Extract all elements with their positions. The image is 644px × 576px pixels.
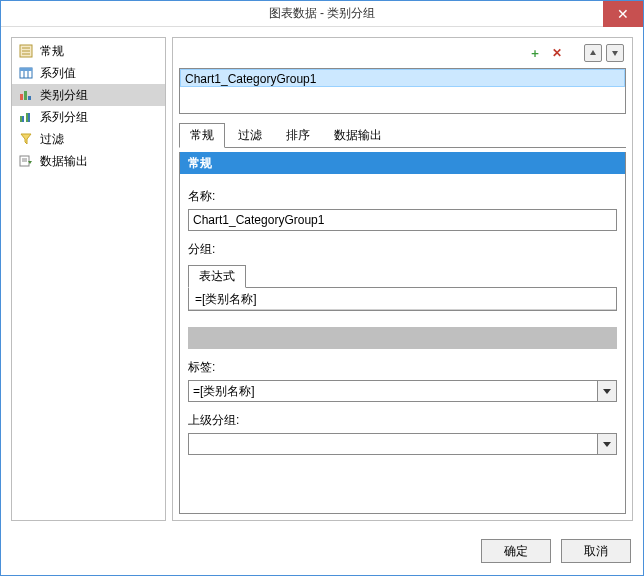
detail-tabs: 常规 过滤 排序 数据输出 bbox=[179, 122, 626, 148]
chevron-down-icon bbox=[603, 442, 611, 447]
series-data-icon bbox=[18, 65, 34, 81]
sidebar-item-label: 系列值 bbox=[40, 65, 76, 82]
name-label: 名称: bbox=[188, 188, 617, 205]
sidebar-item-label: 系列分组 bbox=[40, 109, 88, 126]
svg-rect-5 bbox=[20, 68, 32, 71]
sidebar-item-category-groups[interactable]: 类别分组 bbox=[12, 84, 165, 106]
main-panel: ＋ ✕ Chart1_CategoryGroup1 常规 过滤 排序 bbox=[172, 37, 633, 521]
tab-data-output[interactable]: 数据输出 bbox=[323, 123, 393, 148]
sidebar-item-data-output[interactable]: 数据输出 bbox=[12, 150, 165, 172]
svg-rect-11 bbox=[20, 116, 22, 122]
arrow-up-icon bbox=[588, 48, 598, 58]
label-input[interactable] bbox=[188, 380, 597, 402]
close-button[interactable]: ✕ bbox=[603, 1, 643, 27]
label-combo bbox=[188, 380, 617, 402]
data-output-icon bbox=[18, 153, 34, 169]
svg-rect-8 bbox=[20, 94, 23, 100]
sidebar-item-label: 过滤 bbox=[40, 131, 64, 148]
properties-icon bbox=[18, 43, 34, 59]
group-expression-row[interactable]: =[类别名称] bbox=[189, 288, 616, 310]
sidebar-item-filter[interactable]: 过滤 bbox=[12, 128, 165, 150]
tab-sort[interactable]: 排序 bbox=[275, 123, 321, 148]
parent-group-input[interactable] bbox=[188, 433, 597, 455]
sidebar-item-label: 常规 bbox=[40, 43, 64, 60]
label-dropdown-button[interactable] bbox=[597, 380, 617, 402]
delete-icon: ✕ bbox=[552, 46, 562, 60]
sidebar-item-general[interactable]: 常规 bbox=[12, 40, 165, 62]
cancel-button[interactable]: 取消 bbox=[561, 539, 631, 563]
delete-button[interactable]: ✕ bbox=[548, 44, 566, 62]
tab-general[interactable]: 常规 bbox=[179, 123, 225, 148]
group-label: 分组: bbox=[188, 241, 617, 258]
add-button[interactable]: ＋ bbox=[526, 44, 544, 62]
sidebar-item-label: 数据输出 bbox=[40, 153, 88, 170]
title-bar: 图表数据 - 类别分组 ✕ bbox=[1, 1, 643, 27]
dialog-footer: 确定 取消 bbox=[1, 531, 643, 575]
move-down-button[interactable] bbox=[606, 44, 624, 62]
parent-group-combo bbox=[188, 433, 617, 455]
plus-icon: ＋ bbox=[529, 45, 541, 62]
close-icon: ✕ bbox=[617, 6, 629, 22]
tab-panel-general: 常规 名称: 分组: 表达式 =[类别名称] 标签: bbox=[179, 152, 626, 514]
dialog-window: 图表数据 - 类别分组 ✕ 常规 系列值 类别分组 bbox=[0, 0, 644, 576]
arrow-down-icon bbox=[610, 48, 620, 58]
move-up-button[interactable] bbox=[584, 44, 602, 62]
sidebar-item-label: 类别分组 bbox=[40, 87, 88, 104]
group-expression-panel: =[类别名称] bbox=[188, 288, 617, 311]
series-group-icon bbox=[18, 109, 34, 125]
parent-group-dropdown-button[interactable] bbox=[597, 433, 617, 455]
separator-bar bbox=[188, 327, 617, 349]
name-input[interactable] bbox=[188, 209, 617, 231]
svg-rect-9 bbox=[24, 91, 27, 100]
category-group-icon bbox=[18, 87, 34, 103]
section-title: 常规 bbox=[180, 152, 625, 174]
group-list[interactable]: Chart1_CategoryGroup1 bbox=[179, 68, 626, 114]
tab-filter[interactable]: 过滤 bbox=[227, 123, 273, 148]
list-toolbar: ＋ ✕ bbox=[179, 44, 626, 64]
sidebar: 常规 系列值 类别分组 系列分组 bbox=[11, 37, 166, 521]
group-sub-tabs: 表达式 =[类别名称] bbox=[188, 264, 617, 311]
sidebar-item-series-groups[interactable]: 系列分组 bbox=[12, 106, 165, 128]
parent-group-label: 上级分组: bbox=[188, 412, 617, 429]
sidebar-item-series-values[interactable]: 系列值 bbox=[12, 62, 165, 84]
label-label: 标签: bbox=[188, 359, 617, 376]
filter-icon bbox=[18, 131, 34, 147]
svg-rect-13 bbox=[26, 113, 28, 122]
form-area: 名称: 分组: 表达式 =[类别名称] 标签: bbox=[180, 174, 625, 465]
svg-rect-14 bbox=[28, 113, 30, 122]
svg-rect-12 bbox=[22, 116, 24, 122]
ok-button[interactable]: 确定 bbox=[481, 539, 551, 563]
sub-tab-expression[interactable]: 表达式 bbox=[188, 265, 246, 288]
dialog-body: 常规 系列值 类别分组 系列分组 bbox=[1, 27, 643, 531]
chevron-down-icon bbox=[603, 389, 611, 394]
svg-rect-10 bbox=[28, 96, 31, 100]
dialog-title: 图表数据 - 类别分组 bbox=[269, 5, 376, 22]
list-item[interactable]: Chart1_CategoryGroup1 bbox=[180, 69, 625, 87]
